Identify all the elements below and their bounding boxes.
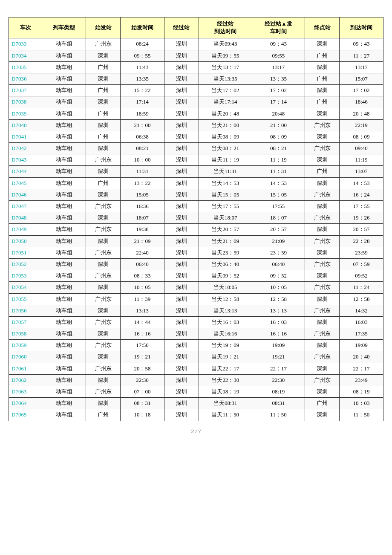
table-cell: 深圳 (164, 154, 199, 166)
train-id-cell: D7053 (9, 270, 42, 282)
table-cell: 22:19 (340, 119, 383, 131)
table-cell: 深圳 (305, 340, 340, 351)
train-id-cell: D7061 (9, 363, 42, 374)
train-id-cell: D7050 (9, 235, 42, 247)
table-cell: 当天08：19 (199, 386, 252, 398)
table-cell: 深圳 (305, 201, 340, 212)
train-id-cell: D7041 (9, 131, 42, 142)
table-cell: 当天12：58 (199, 293, 252, 305)
train-id-cell: D7058 (9, 328, 42, 340)
table-cell: 深圳 (86, 119, 121, 131)
table-cell: 广州 (86, 108, 121, 119)
table-cell: 动车组 (42, 247, 86, 258)
table-cell: 广州东 (86, 386, 121, 398)
table-cell: 当天15：05 (199, 189, 252, 200)
table-row: D7060动车组深圳19：21深圳当天19：2119:21广州东20：40 (9, 351, 383, 363)
table-cell: 13:07 (340, 166, 383, 177)
table-cell: 动车组 (42, 154, 86, 166)
table-cell: 深圳 (164, 235, 199, 247)
table-row: D7048动车组深圳18:07深圳当天18:0718：07广州东19：26 (9, 212, 383, 224)
table-cell: 深圳 (305, 85, 340, 96)
table-cell: 深圳 (305, 154, 340, 166)
table-row: D7044动车组深圳11:31深圳当天11:3111：31广州13:07 (9, 166, 383, 177)
table-cell: 20：48 (340, 108, 383, 119)
table-cell: 广州东 (305, 189, 340, 200)
table-cell: 11：27 (340, 50, 383, 61)
table-cell: 15:05 (121, 189, 164, 200)
table-cell: 动车组 (42, 212, 86, 224)
table-cell: 11：24 (340, 282, 383, 293)
table-cell: 当天19：09 (199, 340, 252, 351)
table-cell: 深圳 (164, 247, 199, 258)
table-cell: 广州东 (86, 363, 121, 374)
table-cell: 动车组 (42, 61, 86, 73)
table-cell: 13：13 (252, 305, 305, 316)
train-id-cell: D7038 (9, 96, 42, 108)
table-cell: 深圳 (305, 386, 340, 398)
table-cell: 17：14 (252, 96, 305, 108)
table-cell: 11：50 (252, 409, 305, 421)
table-cell: 08：33 (121, 270, 164, 282)
table-cell: 深圳 (164, 177, 199, 189)
table-cell: 广州东 (305, 212, 340, 224)
table-cell: 17：55 (340, 201, 383, 212)
table-cell: 深圳 (86, 282, 121, 293)
table-cell: 广州 (86, 61, 121, 73)
table-cell: 当天23：59 (199, 247, 252, 258)
table-cell: 当天17:14 (199, 96, 252, 108)
table-row: D7049动车组广州东19:38深圳当天20：5720：57深圳20：57 (9, 224, 383, 235)
table-cell: 09：55 (121, 50, 164, 61)
table-cell: 广州东 (86, 270, 121, 282)
table-cell: 当天11：50 (199, 409, 252, 421)
table-cell: 动车组 (42, 316, 86, 328)
table-cell: 动车组 (42, 85, 86, 96)
train-id-cell: D7044 (9, 166, 42, 177)
table-cell: 深圳 (305, 247, 340, 258)
table-cell: 11:19 (340, 154, 383, 166)
col-header-via-arrive: 经过站到达时间 (199, 17, 252, 38)
table-cell: 深圳 (164, 340, 199, 351)
table-cell: 深圳 (164, 351, 199, 363)
table-row: D7038动车组深圳17:14深圳当天17:1417：14广州18:46 (9, 96, 383, 108)
table-cell: 当天16:16 (199, 328, 252, 340)
table-cell: 深圳 (86, 189, 121, 200)
table-row: D7055动车组广州东11：39深圳当天12：5812：58深圳12：58 (9, 293, 383, 305)
table-cell: 深圳 (164, 258, 199, 270)
table-cell: 动车组 (42, 50, 86, 61)
table-cell: 23:59 (340, 247, 383, 258)
table-cell: 11:31 (121, 166, 164, 177)
table-cell: 深圳 (164, 293, 199, 305)
table-row: D7061动车组广州东20：58深圳当天22：1722：17深圳22：17 (9, 363, 383, 374)
table-cell: 当天08：21 (199, 143, 252, 154)
table-cell: 广州 (86, 85, 121, 96)
col-header-dest: 终点站 (305, 17, 340, 38)
table-cell: 07：59 (340, 258, 383, 270)
table-cell: 当天13:13 (199, 305, 252, 316)
table-cell: 深圳 (305, 131, 340, 142)
table-cell: 动车组 (42, 282, 86, 293)
table-row: D7043动车组广州东10：00深圳当天11：1911：19深圳11:19 (9, 154, 383, 166)
table-cell: 08:31 (252, 398, 305, 409)
table-cell: 当天20：48 (199, 108, 252, 119)
table-cell: 动车组 (42, 386, 86, 398)
table-cell: 当天22：17 (199, 363, 252, 374)
train-id-cell: D7054 (9, 282, 42, 293)
table-cell: 深圳 (86, 96, 121, 108)
table-cell: 17：02 (252, 85, 305, 96)
train-id-cell: D7033 (9, 38, 42, 50)
table-cell: 20：57 (252, 224, 305, 235)
table-row: D7035动车组广州11:43深圳当天13：1713:17深圳13:17 (9, 61, 383, 73)
table-cell: 深圳 (305, 293, 340, 305)
table-row: D7058动车组深圳16：16深圳当天16:1616：16广州东17:35 (9, 328, 383, 340)
table-cell: 深圳 (164, 409, 199, 421)
table-cell: 广州 (305, 73, 340, 84)
table-cell: 16：16 (121, 328, 164, 340)
table-cell: 深圳 (164, 282, 199, 293)
table-cell: 深圳 (305, 363, 340, 374)
table-cell: 深圳 (164, 224, 199, 235)
table-cell: 08:21 (121, 143, 164, 154)
table-cell: 广州东 (305, 305, 340, 316)
table-cell: 09：52 (252, 270, 305, 282)
table-row: D7063动车组广州东07：00深圳当天08：1908:19深圳08：19 (9, 386, 383, 398)
table-cell: 08：09 (340, 131, 383, 142)
